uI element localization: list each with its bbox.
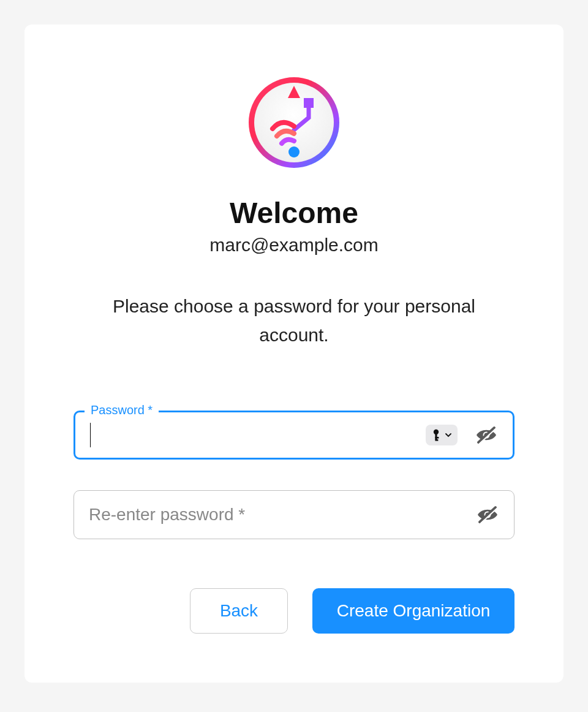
svg-rect-8 [435,437,439,439]
toggle-password-visibility-icon[interactable] [475,425,498,445]
page-title: Welcome [230,196,358,230]
app-logo [245,74,343,172]
back-button[interactable]: Back [190,588,288,634]
chevron-down-icon [445,432,451,438]
signup-card: Welcome marc@example.com Please choose a… [24,25,564,683]
svg-rect-5 [304,98,314,108]
confirm-password-field: Re-enter password * [74,490,514,539]
svg-rect-7 [435,433,437,440]
instructions-text: Please choose a password for your person… [86,292,502,349]
svg-point-4 [288,146,300,157]
create-organization-button[interactable]: Create Organization [312,588,514,634]
svg-rect-9 [435,439,438,441]
password-field: Password * [74,411,514,460]
password-autofill-icon[interactable] [426,425,458,445]
password-label: Password * [85,403,159,417]
toggle-confirm-password-visibility-icon[interactable] [476,505,499,525]
form-actions: Back Create Organization [74,588,514,634]
user-email: marc@example.com [209,235,379,256]
